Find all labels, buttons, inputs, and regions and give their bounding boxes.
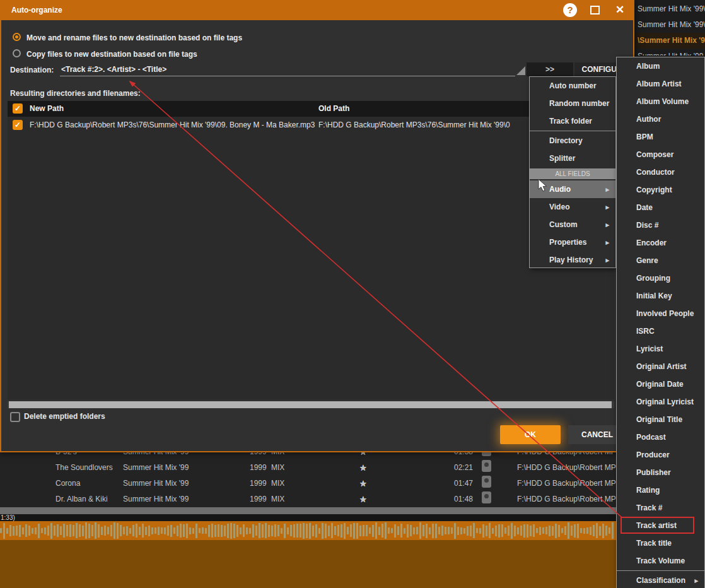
menu-item-rating[interactable]: Rating: [617, 481, 704, 499]
waveform-bar: [422, 525, 424, 536]
menu-item-album-volume[interactable]: Album Volume: [617, 93, 704, 110]
waveform-bar: [173, 527, 175, 534]
menu-item-video[interactable]: Video▸: [530, 198, 615, 216]
scrollbar-thumb[interactable]: [9, 401, 612, 408]
menu-item-album-artist[interactable]: Album Artist: [617, 75, 704, 93]
waveform-bar: [344, 523, 346, 539]
waveform-bar: [419, 522, 421, 539]
destination-input[interactable]: <Track #:2>. <Artist> - <Title>: [61, 65, 166, 74]
menu-item-auto-number[interactable]: Auto number: [530, 77, 615, 95]
menu-item-track-artist[interactable]: Track artist: [617, 517, 704, 534]
menu-item-publisher[interactable]: Publisher: [617, 464, 704, 481]
menu-item-date[interactable]: Date: [617, 199, 704, 216]
waveform-bar: [221, 525, 223, 537]
menu-item-audio[interactable]: Audio▸: [530, 180, 615, 198]
waveform-bar: [6, 528, 8, 534]
menu-item-track-volume[interactable]: Track Volume: [617, 552, 704, 570]
waveform-bar: [202, 527, 204, 534]
waveform-bar: [426, 524, 428, 538]
waveform-bar: [549, 526, 551, 536]
waveform-bar: [539, 527, 541, 535]
destination-expand-grip[interactable]: [516, 66, 525, 75]
waveform-bar: [227, 524, 229, 538]
menu-item-original-date[interactable]: Original Date: [617, 375, 704, 393]
library-track-row[interactable]: CoronaSummer Hit Mix '991999MIX01:47F:\H…: [0, 476, 616, 491]
waveform-bar: [334, 526, 336, 535]
waveform-bar: [489, 523, 491, 538]
library-path-cell[interactable]: Summer Hit Mix '99\: [634, 1, 705, 17]
waveform-bar: [3, 523, 5, 539]
menu-item-original-lyricist[interactable]: Original Lyricist: [617, 393, 704, 411]
menu-item-lyricist[interactable]: Lyricist: [617, 340, 704, 358]
select-all-checkbox[interactable]: ✓: [13, 103, 23, 114]
results-horizontal-scrollbar[interactable]: [8, 401, 614, 408]
menu-item-random-number[interactable]: Random number: [530, 95, 615, 112]
track-year-cell: 1999: [250, 460, 267, 476]
waveform-bar: [429, 527, 431, 534]
waveform-bar: [350, 524, 352, 537]
menu-item-splitter[interactable]: Splitter: [530, 150, 615, 167]
new-path-column-header[interactable]: New Path: [30, 101, 64, 117]
waveform-bar: [22, 527, 24, 534]
menu-item-original-artist[interactable]: Original Artist: [617, 358, 704, 375]
help-button[interactable]: ?: [563, 3, 577, 17]
radio-move-rename[interactable]: [13, 33, 21, 41]
close-button[interactable]: ✕: [615, 3, 624, 18]
library-path-cell[interactable]: Summer Hit Mix '99: [634, 49, 705, 56]
menu-item-original-title[interactable]: Original Title: [617, 411, 704, 428]
menu-item-copyright[interactable]: Copyright: [617, 181, 704, 199]
waveform-bar: [28, 526, 30, 536]
library-track-row[interactable]: B-52'sSummer Hit Mix '991999MIX01:38F:\H…: [0, 452, 616, 460]
menu-item-custom[interactable]: Custom▸: [530, 216, 615, 233]
menu-item-genre[interactable]: Genre: [617, 252, 704, 269]
menu-item-album[interactable]: Album: [617, 57, 704, 75]
library-track-row[interactable]: The SoundloversSummer Hit Mix '991999MIX…: [0, 460, 616, 476]
waveform-bar: [486, 526, 487, 536]
menu-item-play-history[interactable]: Play History▸: [530, 251, 615, 269]
menu-item-composer[interactable]: Composer: [617, 146, 704, 163]
menu-item-bpm[interactable]: BPM: [617, 128, 704, 146]
waveform-bar: [91, 525, 93, 536]
ok-button[interactable]: OK: [500, 425, 561, 444]
waveform-seekbar[interactable]: [0, 521, 616, 540]
delete-emptied-folders-checkbox[interactable]: [10, 412, 20, 422]
library-path-cell[interactable]: \Summer Hit Mix '99: [634, 33, 705, 49]
menu-item-initial-key[interactable]: Initial Key: [617, 287, 704, 305]
radio-move-rename-label: Move and rename files to new destination…: [26, 33, 242, 42]
menu-item-track-folder[interactable]: Track folder: [530, 112, 615, 130]
menu-item-involved-people[interactable]: Involved People: [617, 305, 704, 322]
menu-item-isrc[interactable]: ISRC: [617, 322, 704, 340]
radio-copy[interactable]: [13, 49, 21, 57]
menu-item-classification[interactable]: Classification▸: [617, 572, 704, 588]
menu-item-properties[interactable]: Properties▸: [530, 233, 615, 251]
maximize-button[interactable]: [590, 6, 600, 15]
menu-item-author[interactable]: Author: [617, 110, 704, 128]
waveform-bar: [520, 526, 522, 536]
menu-item-producer[interactable]: Producer: [617, 446, 704, 464]
menu-item-directory[interactable]: Directory: [530, 132, 615, 150]
waveform-bar: [287, 527, 289, 534]
menu-item-disc-[interactable]: Disc #: [617, 216, 704, 234]
menu-item-grouping[interactable]: Grouping: [617, 269, 704, 287]
track-path-cell: F:\HDD G Backup\Robert MP: [517, 476, 616, 491]
insert-field-button[interactable]: >>: [527, 62, 573, 76]
waveform-bar: [492, 528, 494, 534]
menu-item-track-[interactable]: Track #: [617, 499, 704, 517]
old-path-column-header[interactable]: Old Path: [318, 101, 349, 117]
menu-item-encoder[interactable]: Encoder: [617, 234, 704, 252]
menu-item-conductor[interactable]: Conductor: [617, 163, 704, 181]
waveform-graphic: [0, 521, 616, 540]
dialog-titlebar[interactable]: Auto-organize ? ✕: [0, 0, 634, 20]
menu-item-podcast[interactable]: Podcast: [617, 428, 704, 446]
waveform-bar: [255, 526, 257, 536]
horizontal-scrollbar[interactable]: [0, 507, 616, 514]
result-row[interactable]: ✓ F:\HDD G Backup\Robert MP3s\76\Summer …: [8, 117, 614, 134]
waveform-bar: [73, 525, 74, 536]
library-path-cell[interactable]: Summer Hit Mix '99\: [634, 17, 705, 33]
waveform-bar: [568, 522, 569, 539]
menu-separator: [617, 570, 704, 571]
menu-item-track-title[interactable]: Track title: [617, 534, 704, 552]
row-checkbox[interactable]: ✓: [13, 120, 23, 130]
waveform-bar: [353, 523, 355, 539]
library-track-row[interactable]: Dr. Alban & KikiSummer Hit Mix '991999MI…: [0, 491, 616, 507]
